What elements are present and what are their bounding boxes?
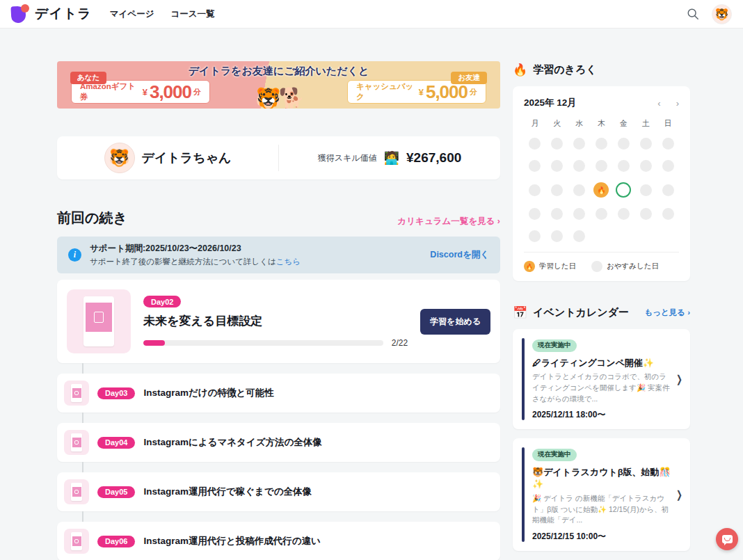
chevron-right-icon: ❯ [676, 488, 682, 501]
calendar-day-cell [529, 208, 541, 220]
calendar-day-cell [529, 184, 541, 196]
calendar-day-cell [616, 182, 631, 198]
offer-label: Amazonギフト券 [80, 81, 141, 102]
chevron-right-icon: › [687, 308, 690, 317]
calendar-day-cell [662, 138, 674, 150]
calendar-day-cell [573, 184, 585, 196]
lesson-card-day03[interactable]: Day03 Instagramだけの特徴と可能性 [57, 374, 500, 413]
calendar-day-cell [618, 208, 630, 220]
calendar-day-cell [662, 160, 674, 172]
user-avatar[interactable]: 🐯 [712, 4, 732, 24]
calendar-day-cell [551, 230, 563, 242]
timeline-connector [82, 363, 83, 374]
event-calendar-title: イベントカレンダー [533, 306, 629, 319]
calendar-day-cell [551, 208, 563, 220]
progress-bar [143, 340, 383, 346]
weekday-label: 木 [598, 118, 605, 129]
calendar-prev-button[interactable]: ‹ [657, 99, 660, 108]
weekday-label: 日 [664, 118, 672, 129]
calendar-day-cell: 🔥 [593, 182, 609, 198]
chat-support-button[interactable] [716, 528, 738, 550]
banner-offer-you: あなた Amazonギフト券 ¥ 3,000 分 [71, 80, 210, 104]
lesson-card-day04[interactable]: Day04 Instagramによるマネタイズ方法の全体像 [57, 423, 500, 462]
calendar-day-cell [640, 184, 652, 196]
lesson-card-day05[interactable]: Day05 Instagram運用代行で稼ぐまでの全体像 [57, 472, 500, 511]
calendar-emoji-icon: 📅 [513, 305, 527, 320]
calendar-next-button[interactable]: › [676, 99, 679, 108]
banner-title: デイトラをお友達にご紹介いただくと [57, 65, 500, 78]
search-icon[interactable] [687, 8, 699, 20]
event-accent-bar [522, 447, 525, 542]
event-description: 🎉 デイトラ の新機能「デイトラスカウト」β版 ついに始動✨ 12/15(月)か… [532, 493, 672, 526]
referral-banner[interactable]: デイトラをお友達にご紹介いただくと あなた Amazonギフト券 ¥ 3,000… [57, 61, 500, 109]
calendar-day-cell [662, 184, 674, 196]
calendar-day-cell [551, 138, 563, 150]
offer-unit: 分 [470, 87, 477, 97]
offer-currency: ¥ [143, 87, 147, 97]
lesson-thumbnail [67, 289, 131, 353]
banner-badge-you: あなた [70, 72, 106, 84]
calendar-day-cell [640, 160, 652, 172]
timeline-connector [82, 511, 83, 522]
current-lesson-card[interactable]: Day02 未来を変える目標設定 2/22 学習を始める [57, 280, 500, 363]
lesson-title: Instagram運用代行と投稿作成代行の違い [143, 535, 320, 547]
lesson-thumbnail [64, 529, 89, 554]
calendar-weekdays: 月火水木金土日 [524, 118, 679, 129]
calendar-day-cell [640, 138, 652, 150]
mascot-characters-icon: 🐯🐕 [255, 86, 302, 109]
profile-name: デイトラちゃん [142, 150, 232, 166]
banner-offer-friend: お友達 キャッシュバック ¥ 5,000 分 [347, 80, 486, 104]
calendar-day-cell [551, 184, 563, 196]
support-detail-text: サポート終了後の影響と継続方法について詳しくはこちら [90, 257, 422, 267]
study-calendar-card: 2025年 12月 ‹ › 月火水木金土日 🔥 🔥 学習した日 おやすみした日 [513, 86, 690, 281]
offer-unit: 分 [193, 87, 201, 97]
nav-item-mypage[interactable]: マイページ [110, 8, 154, 20]
lesson-title: Instagram運用代行で稼ぐまでの全体像 [143, 486, 312, 498]
see-more-label: もっと見る [644, 308, 685, 317]
support-detail-link[interactable]: こちら [276, 257, 301, 266]
event-accent-bar [522, 338, 525, 420]
event-date: 2025/12/15 10:00〜 [532, 531, 672, 543]
event-description: デイトラとメイカラのコラボで、初のライティングコンペを開催します🎉 実案件さなが… [532, 371, 672, 404]
support-period-text: サポート期間:2025/10/23〜2026/10/23 [90, 243, 422, 255]
profile-avatar: 🐯 [104, 143, 135, 173]
day-badge: Day03 [97, 387, 135, 399]
timeline-connector [82, 413, 83, 423]
calendar-day-cell [618, 160, 630, 172]
support-detail-label: サポート終了後の影響と継続方法について詳しくは [90, 257, 276, 266]
calendar-day-cell [662, 208, 674, 220]
daytra-logo-icon [11, 4, 29, 24]
studied-day-icon: 🔥 [524, 261, 535, 272]
event-card-scout-beta[interactable]: 現在実施中 🐯デイトラスカウトβ版、始動🎊✨ 🎉 デイトラ の新機能「デイトラス… [513, 438, 690, 551]
nav-item-courses[interactable]: コース一覧 [170, 8, 214, 20]
daytra-logo[interactable]: デイトラ [11, 4, 92, 24]
event-title: 🖊ライティングコンペ開催✨ [532, 357, 672, 369]
weekday-label: 火 [553, 118, 561, 129]
study-record-title: 学習のきろく [533, 63, 596, 77]
calendar-day-cell [573, 138, 585, 150]
calendar-day-cell [573, 208, 585, 220]
profile-card: 🐯 デイトラちゃん 獲得スキル価値 🧑‍💻 ¥267,600 [57, 136, 500, 179]
event-card-writing-competition[interactable]: 現在実施中 🖊ライティングコンペ開催✨ デイトラとメイカラのコラボで、初のライテ… [513, 329, 690, 429]
start-learning-button[interactable]: 学習を始める [420, 309, 490, 335]
calendar-legend: 🔥 学習した日 おやすみした日 [524, 252, 679, 272]
lesson-card-day06[interactable]: Day06 Instagram運用代行と投稿作成代行の違い [57, 522, 500, 560]
offer-currency: ¥ [419, 87, 424, 97]
calendar-day-cell [596, 160, 607, 172]
event-date: 2025/12/11 18:00〜 [532, 409, 672, 421]
see-more-link[interactable]: もっと見る › [644, 307, 690, 318]
calendar-day-cell [573, 160, 585, 172]
calendar-day-cell [618, 138, 630, 150]
lesson-thumbnail [64, 479, 89, 504]
open-discord-link[interactable]: Discordを開く [430, 249, 489, 261]
banner-badge-friend: お友達 [451, 72, 487, 84]
main-nav: マイページ コース一覧 [110, 8, 215, 20]
curriculum-list-link[interactable]: カリキュラム一覧を見る › [398, 216, 501, 227]
weekday-label: 土 [642, 118, 650, 129]
rest-day-icon [591, 261, 602, 272]
day-badge: Day06 [97, 536, 135, 547]
weekday-label: 金 [620, 118, 628, 129]
calendar-day-cell [529, 138, 541, 150]
progress-fill [143, 340, 165, 346]
chevron-right-icon: › [497, 216, 500, 226]
